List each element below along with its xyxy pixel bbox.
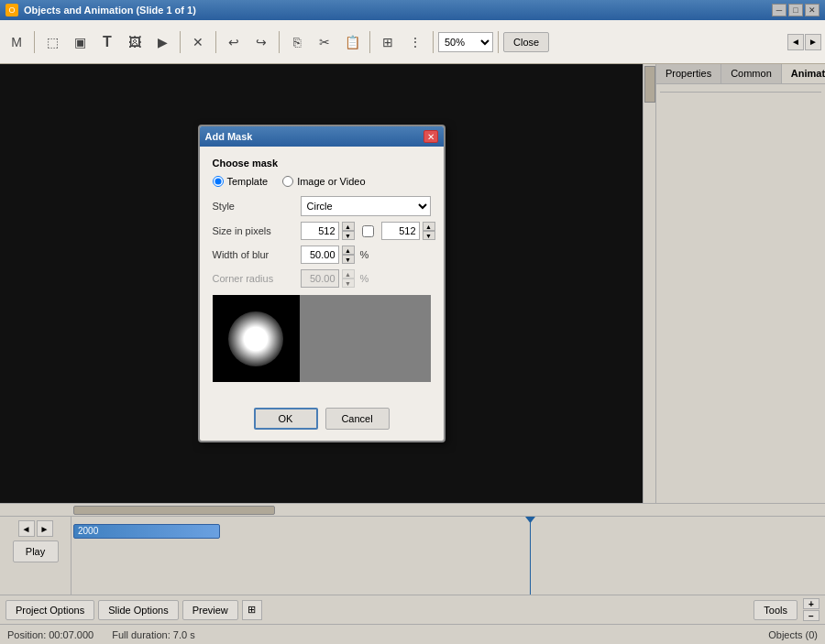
toolbar-crop-button[interactable]: ▣ (67, 29, 93, 55)
dialog-title-bar: Add Mask ✕ (200, 126, 444, 147)
toolbar-video-button[interactable]: ▶ (149, 29, 175, 55)
main-area: Add Mask ✕ Choose mask Template (0, 64, 825, 503)
corner-label: Corner radius (213, 273, 295, 284)
close-button[interactable]: Close (503, 32, 549, 52)
blur-row: Width of blur ▲ ▼ % (213, 246, 431, 264)
toolbar-text-button[interactable]: T (94, 29, 120, 55)
size-width-spinners: ▲ ▼ (342, 222, 355, 240)
mask-type-radio-group: Template Image or Video (213, 176, 431, 187)
corner-down: ▼ (342, 278, 355, 288)
cancel-button[interactable]: Cancel (325, 408, 390, 430)
timeline-track-area: 2000 (72, 517, 825, 595)
ok-button[interactable]: OK (254, 408, 318, 430)
tab-properties[interactable]: Properties (656, 64, 721, 83)
window-close-button[interactable]: ✕ (805, 4, 820, 16)
status-objects: Objects (0) (768, 629, 818, 640)
style-label: Style (213, 201, 295, 212)
slide-options-button[interactable]: Slide Options (98, 600, 178, 620)
play-button[interactable]: Play (13, 540, 59, 562)
toolbar-cut-button[interactable]: ✂ (312, 29, 337, 55)
corner-unit: % (360, 273, 369, 284)
image-video-radio[interactable] (282, 176, 293, 187)
blur-label: Width of blur (213, 249, 295, 260)
template-radio[interactable] (213, 176, 224, 187)
dialog-content: Choose mask Template Image or Video (200, 147, 444, 400)
timeline-side: ◄ ► Play (0, 517, 72, 595)
toolbar-paste-button[interactable]: 📋 (339, 29, 365, 55)
size-height-up[interactable]: ▲ (423, 222, 435, 231)
tab-animation[interactable]: Animation (782, 64, 825, 83)
toolbar-image-button[interactable]: 🖼 (122, 29, 148, 55)
style-select[interactable]: Circle Rectangle Ellipse Diamond (301, 196, 431, 216)
corner-spinners: ▲ ▼ (342, 269, 355, 288)
right-panel: Properties Common Animation (655, 64, 825, 503)
nav-left-button[interactable]: ◄ (787, 34, 804, 50)
tools-button[interactable]: Tools (754, 600, 798, 620)
size-height-down[interactable]: ▼ (423, 231, 435, 240)
toolbar-grid-button[interactable]: ⊞ (375, 29, 401, 55)
title-bar: O Objects and Animation (Slide 1 of 1) ─… (0, 0, 825, 20)
size-link-checkbox[interactable] (362, 225, 374, 237)
toolbar-m-button[interactable]: M (4, 29, 29, 55)
blur-up[interactable]: ▲ (342, 246, 355, 255)
dialog-button-row: OK Cancel (200, 400, 444, 441)
maximize-button[interactable]: □ (788, 4, 803, 16)
status-duration: Full duration: 7.0 s (112, 629, 195, 640)
panel-tabs: Properties Common Animation (656, 64, 825, 84)
toolbar-redo-button[interactable]: ↪ (248, 29, 274, 55)
vertical-scrollbar[interactable] (643, 64, 655, 503)
status-position: Position: 00:07.000 (7, 629, 94, 640)
timeline-area: ◄ ► Play 2000 (0, 503, 825, 595)
remove-object-button[interactable]: − (803, 610, 820, 621)
project-options-button[interactable]: Project Options (6, 600, 94, 620)
tl-nav-right[interactable]: ► (37, 520, 53, 537)
size-width-up[interactable]: ▲ (342, 222, 355, 231)
size-width-input[interactable] (301, 222, 339, 240)
timeline-scroll-thumb[interactable] (73, 506, 275, 515)
toolbar-undo-button[interactable]: ↩ (221, 29, 247, 55)
choose-mask-label: Choose mask (213, 158, 431, 169)
preview-gray-area (300, 295, 431, 382)
panel-divider (660, 92, 821, 93)
toolbar-select-button[interactable]: ⬚ (39, 29, 65, 55)
toolbar-grid2-button[interactable]: ⋮ (402, 29, 428, 55)
preview-button[interactable]: Preview (182, 600, 238, 620)
scrollbar-thumb[interactable] (644, 66, 655, 103)
size-height-group: ▲ ▼ (381, 222, 435, 240)
toolbar-separator-4 (279, 31, 280, 53)
tl-bar-label: 2000 (78, 526, 98, 536)
zoom-select[interactable]: 50% 100% 75% 25% (438, 32, 493, 52)
toolbar-separator-5 (369, 31, 370, 53)
tl-nav-left[interactable]: ◄ (18, 520, 35, 537)
preview-mask-black (213, 295, 300, 382)
toolbar-separator-7 (498, 31, 499, 53)
tl-playhead[interactable] (530, 517, 531, 595)
toolbar-delete-button[interactable]: ✕ (185, 29, 211, 55)
frame-icon-button[interactable]: ⊞ (242, 600, 262, 620)
dialog-close-button[interactable]: ✕ (424, 130, 438, 143)
image-video-radio-item[interactable]: Image or Video (282, 176, 365, 187)
blur-input[interactable] (301, 246, 339, 264)
window-title: Objects and Animation (Slide 1 of 1) (24, 5, 196, 16)
corner-input-group: ▲ ▼ (301, 269, 355, 288)
dialog-overlay: Add Mask ✕ Choose mask Template (0, 64, 643, 503)
minimize-button[interactable]: ─ (772, 4, 786, 16)
toolbar-copy-button[interactable]: ⎘ (284, 29, 310, 55)
add-mask-dialog: Add Mask ✕ Choose mask Template (198, 125, 446, 442)
timeline-scrollbar[interactable] (0, 504, 825, 517)
blur-spinners: ▲ ▼ (342, 246, 355, 264)
blur-down[interactable]: ▼ (342, 255, 355, 264)
size-width-down[interactable]: ▼ (342, 231, 355, 240)
style-row: Style Circle Rectangle Ellipse Diamond (213, 196, 431, 216)
add-object-button[interactable]: + (803, 598, 820, 609)
size-height-input[interactable] (381, 222, 420, 240)
template-radio-item[interactable]: Template (213, 176, 269, 187)
tab-common[interactable]: Common (721, 64, 782, 83)
app-icon: O (6, 4, 18, 16)
window-controls: ─ □ ✕ (772, 4, 820, 16)
dialog-title: Add Mask (205, 131, 253, 142)
tl-bar-container: 2000 (73, 524, 823, 539)
nav-right-button[interactable]: ► (805, 34, 821, 50)
add-remove-buttons: + − (803, 598, 820, 621)
tl-timeline-bar[interactable]: 2000 (73, 524, 220, 539)
